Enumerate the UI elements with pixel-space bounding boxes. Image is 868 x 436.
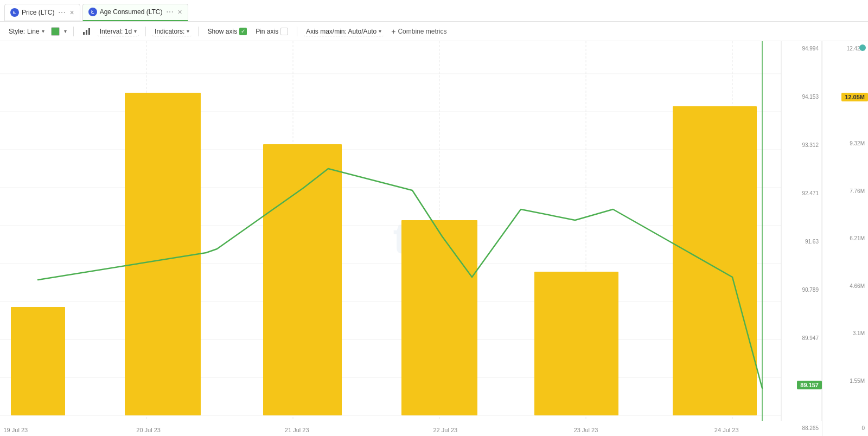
ltc-icon-age: Ł <box>88 8 97 16</box>
x-label-5: 24 Jul 23 <box>714 427 739 433</box>
color-chevron[interactable]: ▾ <box>64 28 67 34</box>
show-axis-checkbox[interactable]: ✓ <box>239 28 247 35</box>
tab-age-close[interactable]: × <box>177 8 182 16</box>
style-value: Line <box>27 28 40 35</box>
svg-rect-22 <box>534 272 618 415</box>
tab-age-consumed-ltc[interactable]: Ł Age Consumed (LTC) ⋯ × <box>82 4 188 21</box>
tab-price-close[interactable]: × <box>69 9 74 16</box>
vol-axis-4: 6.21M <box>822 235 868 242</box>
svg-rect-1 <box>86 30 87 35</box>
toolbar-sep-2 <box>145 27 146 36</box>
chart-container: ti...t. <box>0 41 868 436</box>
toolbar-sep-1 <box>73 27 74 36</box>
price-axis-3: 92.471 <box>781 190 822 197</box>
volume-badge: 12.05M <box>841 93 868 101</box>
bar-chart-icon <box>82 28 91 35</box>
vol-axis-8: 0 <box>822 425 868 432</box>
interval-chevron: ▾ <box>134 28 137 34</box>
style-label: Style: <box>9 28 25 35</box>
toolbar-sep-4 <box>297 27 297 36</box>
svg-rect-0 <box>83 32 85 35</box>
style-selector[interactable]: Style: Line ▾ <box>7 27 47 36</box>
plus-icon: + <box>391 27 395 36</box>
svg-rect-18 <box>11 307 65 415</box>
x-label-0: 19 Jul 23 <box>3 427 28 433</box>
price-axis-1: 94.153 <box>781 94 822 100</box>
x-label-3: 22 Jul 23 <box>433 427 457 433</box>
tab-price-dots[interactable]: ⋯ <box>58 8 66 17</box>
interval-label: Interval: 1d <box>100 28 132 35</box>
pin-axis-toggle[interactable]: Pin axis <box>253 27 290 36</box>
vol-axis-6: 3.1M <box>822 330 868 337</box>
show-axis-toggle[interactable]: Show axis ✓ <box>205 27 249 36</box>
interval-icon-btn[interactable] <box>80 27 93 36</box>
price-axis-4: 91.63 <box>781 239 822 245</box>
combine-metrics-label: Combine metrics <box>398 28 446 35</box>
axis-maxmin-chevron: ▾ <box>379 28 381 34</box>
tab-price-ltc[interactable]: Ł Price (LTC) ⋯ × <box>4 4 80 21</box>
toolbar: Style: Line ▾ ▾ Interval: 1d ▾ Indicator… <box>0 22 868 41</box>
x-label-4: 23 Jul 23 <box>574 427 598 433</box>
ltc-icon-price: Ł <box>10 8 19 17</box>
tab-age-consumed-label: Age Consumed (LTC) <box>100 8 163 16</box>
pin-axis-label: Pin axis <box>256 28 278 35</box>
tab-bar: Ł Price (LTC) ⋯ × Ł Age Consumed (LTC) ⋯… <box>0 0 868 22</box>
svg-rect-21 <box>401 220 477 415</box>
tab-price-ltc-label: Price (LTC) <box>22 9 54 16</box>
color-swatch[interactable] <box>51 27 60 36</box>
price-axis-0: 94.994 <box>781 46 822 52</box>
axis-maxmin-selector[interactable]: Axis max/min: Auto/Auto ▾ <box>304 27 384 36</box>
chart-svg <box>0 41 868 436</box>
toolbar-sep-3 <box>198 27 199 36</box>
price-axis-2: 93.312 <box>781 142 822 149</box>
interval-selector[interactable]: Interval: 1d ▾ <box>98 27 139 36</box>
indicators-selector[interactable]: Indicators: ▾ <box>152 27 192 36</box>
price-axis-5: 90.789 <box>781 287 822 293</box>
x-label-2: 21 Jul 23 <box>285 427 309 433</box>
vol-axis-7: 1.55M <box>822 378 868 384</box>
x-label-1: 20 Jul 23 <box>136 427 161 433</box>
indicators-label: Indicators: <box>155 28 184 35</box>
svg-rect-19 <box>125 93 201 415</box>
vol-axis-5: 4.66M <box>822 283 868 290</box>
x-axis: 19 Jul 23 20 Jul 23 21 Jul 23 22 Jul 23 … <box>0 424 781 436</box>
vol-axis-2: 9.32M <box>822 140 868 147</box>
price-line-badge: 89.157 <box>797 381 822 389</box>
status-dot <box>859 44 866 51</box>
pin-axis-checkbox[interactable] <box>280 28 288 35</box>
price-axis-6: 89.947 <box>781 335 822 342</box>
indicators-chevron: ▾ <box>187 28 189 34</box>
combine-metrics-btn[interactable]: + Combine metrics <box>388 26 450 37</box>
svg-rect-20 <box>263 144 342 415</box>
price-axis-8: 88.265 <box>781 425 822 432</box>
svg-rect-23 <box>673 106 757 415</box>
svg-rect-2 <box>88 28 90 35</box>
tab-age-dots[interactable]: ⋯ <box>166 8 174 16</box>
vol-axis-3: 7.76M <box>822 188 868 195</box>
show-axis-label: Show axis <box>207 28 237 35</box>
style-chevron: ▾ <box>42 28 44 34</box>
right-axis-price: 94.994 94.153 93.312 92.471 91.63 90.789… <box>781 41 822 436</box>
axis-maxmin-label: Axis max/min: Auto/Auto <box>306 28 376 35</box>
